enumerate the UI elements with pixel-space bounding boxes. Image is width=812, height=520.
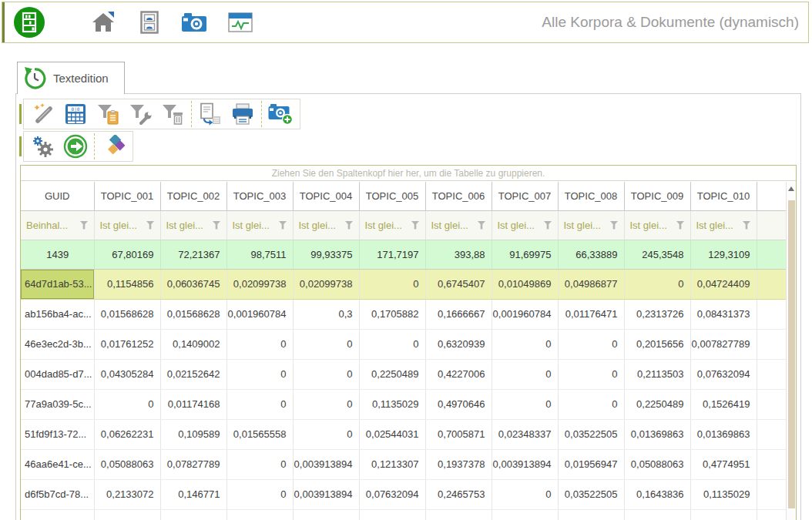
filter-funnel-icon[interactable]: [213, 221, 221, 230]
filter-operator-label[interactable]: Ist glei...: [431, 220, 468, 231]
value-cell[interactable]: 0: [492, 329, 558, 359]
value-cell[interactable]: 0,146771: [160, 479, 226, 509]
value-cell[interactable]: 0: [558, 329, 624, 359]
settings-button[interactable]: [27, 133, 59, 159]
table-row[interactable]: ab156ba4-ac...0,015686280,015686280,0019…: [21, 299, 786, 329]
filter-operator-label[interactable]: Ist glei...: [299, 220, 336, 231]
filter-funnel-icon[interactable]: [743, 221, 751, 230]
value-cell[interactable]: 0,06262231: [94, 419, 160, 449]
filter-cell[interactable]: Ist glei...: [558, 210, 624, 240]
value-cell[interactable]: 0,06036745: [160, 269, 226, 299]
value-cell[interactable]: 0,07632094: [359, 479, 425, 509]
table-row[interactable]: d6f5b7cd-78...0,21330720,14677100,003913…: [21, 479, 786, 509]
value-cell[interactable]: 0: [293, 389, 359, 419]
column-header[interactable]: TOPIC_007: [492, 182, 558, 210]
value-cell[interactable]: 0,1213307: [359, 449, 425, 479]
value-cell[interactable]: 0: [359, 329, 425, 359]
analytics-button[interactable]: [224, 6, 257, 39]
value-cell[interactable]: 0,04986877: [558, 269, 624, 299]
value-cell[interactable]: 0,1135029: [690, 479, 757, 509]
value-cell[interactable]: 0,2250489: [359, 359, 425, 389]
value-cell[interactable]: 0,01568628: [160, 299, 226, 329]
value-cell[interactable]: 0: [226, 479, 293, 509]
toolbar-drag-grip[interactable]: [19, 136, 22, 156]
value-cell[interactable]: 0,2113503: [624, 359, 690, 389]
column-header[interactable]: TOPIC_010: [690, 182, 757, 210]
value-cell[interactable]: [359, 509, 425, 520]
filter-operator-label[interactable]: Ist glei...: [498, 220, 535, 231]
filter-cell[interactable]: Beinhal...: [21, 210, 94, 240]
magic-wand-button[interactable]: [27, 101, 59, 127]
scroll-up-button[interactable]: [787, 182, 796, 195]
value-cell[interactable]: [690, 509, 757, 520]
filter-cell[interactable]: Ist glei...: [425, 210, 492, 240]
column-header[interactable]: GUID: [21, 182, 94, 210]
value-cell[interactable]: 0,03522505: [558, 419, 624, 449]
filter-operator-label[interactable]: Ist glei...: [365, 220, 402, 231]
group-panel[interactable]: Ziehen Sie den Spaltenkopf hier her, um …: [21, 166, 796, 181]
table-row[interactable]: 46e3ec2d-3b...0,017612520,14090020000,63…: [21, 329, 786, 359]
value-cell[interactable]: 0,2465753: [425, 479, 492, 509]
value-cell[interactable]: 0,01761252: [94, 329, 160, 359]
value-cell[interactable]: 0: [226, 359, 293, 389]
column-header[interactable]: TOPIC_003: [226, 182, 293, 210]
value-cell[interactable]: 0,003913894: [492, 449, 558, 479]
value-cell[interactable]: 0,05088063: [94, 449, 160, 479]
value-cell[interactable]: [425, 509, 492, 520]
value-cell[interactable]: 0,109589: [160, 419, 226, 449]
filter-operator-label[interactable]: Beinhal...: [26, 220, 68, 231]
value-cell[interactable]: 0,2015656: [624, 329, 690, 359]
value-cell[interactable]: [492, 509, 558, 520]
value-cell[interactable]: 0,4227006: [425, 359, 492, 389]
value-cell[interactable]: 0,2250489: [624, 389, 690, 419]
value-cell[interactable]: 0,02099738: [226, 269, 293, 299]
filter-cell[interactable]: Ist glei...: [293, 210, 359, 240]
value-cell[interactable]: 0,1135029: [359, 389, 425, 419]
value-cell[interactable]: 0,1937378: [425, 449, 492, 479]
guid-cell[interactable]: 46aa6e41-ce...: [21, 449, 94, 479]
column-header[interactable]: TOPIC_001: [94, 182, 160, 210]
value-cell[interactable]: 0: [558, 389, 624, 419]
calculator-button[interactable]: 0|0: [59, 101, 92, 127]
value-cell[interactable]: 0,7005871: [425, 419, 492, 449]
value-cell[interactable]: 0,04724409: [690, 269, 757, 299]
value-cell[interactable]: 0: [558, 359, 624, 389]
value-cell[interactable]: 0,02348337: [492, 419, 558, 449]
toolbar-drag-grip[interactable]: [19, 104, 22, 124]
value-cell[interactable]: 0,007827789: [690, 329, 757, 359]
value-cell[interactable]: 0,001960784: [226, 299, 293, 329]
value-cell[interactable]: 0: [94, 389, 160, 419]
filter-cell[interactable]: Ist glei...: [359, 210, 425, 240]
table-row[interactable]: 004dad85-d7...0,043052840,02152642000,22…: [21, 359, 786, 389]
guid-cell[interactable]: 46e3ec2d-3b...: [21, 329, 94, 359]
filter-edit-button[interactable]: [92, 101, 124, 127]
value-cell[interactable]: 0,2133072: [94, 479, 160, 509]
value-cell[interactable]: 0,001960784: [492, 299, 558, 329]
filter-cell[interactable]: Ist glei...: [94, 210, 160, 240]
filter-cell[interactable]: Ist glei...: [492, 210, 558, 240]
value-cell[interactable]: 0,01369863: [624, 419, 690, 449]
filter-funnel-icon[interactable]: [345, 221, 354, 230]
filter-operator-label[interactable]: Ist glei...: [696, 220, 733, 231]
value-cell[interactable]: 0: [492, 389, 558, 419]
copy-to-list-button[interactable]: [194, 101, 226, 127]
value-cell[interactable]: 0,07827789: [160, 449, 226, 479]
home-button[interactable]: [87, 6, 119, 39]
filter-funnel-icon[interactable]: [80, 221, 89, 230]
filter-settings-button[interactable]: [124, 101, 156, 127]
filter-operator-label[interactable]: Ist glei...: [100, 220, 137, 231]
value-cell[interactable]: 0,003913894: [293, 449, 359, 479]
value-cell[interactable]: 0,4970646: [425, 389, 492, 419]
filter-delete-button[interactable]: [156, 101, 189, 127]
value-cell[interactable]: 0: [226, 329, 293, 359]
filter-operator-label[interactable]: Ist glei...: [233, 220, 270, 231]
camera-button[interactable]: [178, 6, 210, 39]
filter-operator-label[interactable]: Ist glei...: [166, 220, 203, 231]
value-cell[interactable]: 0,1: [94, 509, 160, 520]
value-cell[interactable]: 0,08431373: [690, 299, 757, 329]
value-cell[interactable]: 0: [226, 389, 293, 419]
value-cell[interactable]: 0: [359, 269, 425, 299]
filter-cell[interactable]: Ist glei...: [624, 210, 690, 240]
guid-cell[interactable]: ab156ba4-ac...: [21, 299, 94, 329]
value-cell[interactable]: [558, 509, 624, 520]
